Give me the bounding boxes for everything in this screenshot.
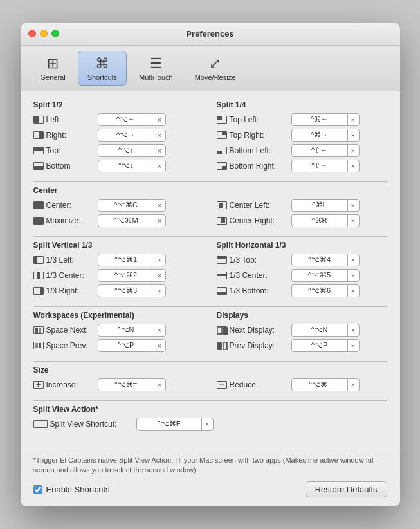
h-third-center-clear-btn[interactable]: × [347, 270, 359, 281]
third-left-input[interactable] [98, 255, 154, 265]
center-left-input-wrapper: × [291, 199, 360, 212]
top-left-clear-btn[interactable]: × [347, 114, 359, 125]
shortcut-bottom: Bottom × [33, 160, 204, 172]
divider-1 [33, 181, 387, 182]
bottom-clear-btn[interactable]: × [154, 160, 165, 172]
size-title: Size [33, 366, 204, 375]
bottom-left-input[interactable] [292, 145, 347, 156]
increase-clear-btn[interactable]: × [154, 379, 165, 391]
shortcut-bottom-right: Bottom Right: × [217, 160, 387, 172]
shortcut-center: Center: × [33, 199, 204, 212]
right-clear-btn[interactable]: × [154, 129, 165, 141]
tab-general[interactable]: ⊞ General [31, 51, 75, 86]
h-third-center-input[interactable] [292, 270, 347, 281]
svg-rect-4 [217, 327, 222, 335]
bottom-right-icon [217, 162, 227, 170]
increase-input[interactable] [98, 380, 154, 390]
traffic-lights [28, 30, 59, 37]
right-icon [33, 131, 44, 139]
reduce-label: Reduce [230, 380, 289, 389]
top-right-input[interactable] [292, 130, 347, 140]
restore-defaults-button[interactable]: Restore Defaults [306, 481, 387, 497]
section-split-half: Split 1/2 Left: × Right: × [33, 100, 204, 175]
space-next-icon [33, 326, 44, 334]
bottom-input[interactable] [98, 161, 154, 171]
split-horizontal-title: Split Horizontal 1/3 [217, 241, 387, 250]
h-third-center-input-wrapper: × [291, 269, 360, 282]
space-next-input[interactable] [98, 325, 154, 335]
svg-rect-6 [217, 342, 222, 350]
next-display-input[interactable] [292, 325, 347, 335]
third-right-input-wrapper: × [98, 284, 166, 297]
enable-shortcuts-checkbox[interactable] [33, 485, 42, 494]
third-right-clear-btn[interactable]: × [154, 285, 165, 297]
tab-shortcuts-label: Shortcuts [87, 73, 117, 81]
center-clear-btn[interactable]: × [154, 200, 165, 211]
top-right-label: Top Right: [230, 131, 289, 140]
maximize-input[interactable] [98, 216, 154, 226]
tab-shortcuts[interactable]: ⌘ Shortcuts [78, 51, 127, 86]
third-center-clear-btn[interactable]: × [154, 270, 165, 281]
h-third-top-clear-btn[interactable]: × [347, 254, 359, 266]
next-display-input-wrapper: × [291, 324, 360, 337]
reduce-clear-btn[interactable]: × [347, 379, 359, 391]
next-display-clear-btn[interactable]: × [347, 324, 359, 336]
right-input[interactable] [98, 130, 154, 140]
center-left-input[interactable] [292, 200, 347, 210]
top-icon [33, 147, 44, 154]
shortcut-split-view: Split View Shortcut: × [33, 418, 387, 431]
bottom-right-input[interactable] [292, 161, 347, 171]
shortcuts-icon: ⌘ [95, 55, 109, 72]
third-left-clear-btn[interactable]: × [154, 254, 165, 266]
space-prev-input[interactable] [98, 340, 154, 351]
close-button[interactable] [28, 30, 36, 37]
shortcut-next-display: Next Display: × [217, 324, 387, 337]
bottom-right-clear-btn[interactable]: × [347, 160, 359, 172]
space-next-clear-btn[interactable]: × [154, 324, 165, 336]
center-left-clear-btn[interactable]: × [347, 200, 359, 211]
h-third-bottom-clear-btn[interactable]: × [347, 285, 359, 297]
center-input[interactable] [98, 200, 154, 210]
shortcut-h-third-bottom: 1/3 Bottom: × [217, 284, 387, 297]
top-right-clear-btn[interactable]: × [347, 129, 359, 141]
split-view-input[interactable] [137, 419, 201, 429]
minimize-button[interactable] [40, 30, 48, 37]
left-clear-btn[interactable]: × [154, 114, 165, 125]
center-right-input[interactable] [292, 216, 347, 226]
reduce-input[interactable] [292, 380, 347, 390]
section-split-quarter: Split 1/4 Top Left: × Top Right: × [217, 100, 387, 175]
third-left-icon [33, 256, 44, 264]
top-input[interactable] [98, 145, 154, 156]
shortcut-space-next: Space Next: × [33, 324, 204, 337]
shortcut-prev-display: Prev Display: × [217, 339, 387, 352]
left-input[interactable] [98, 115, 154, 125]
footer-bottom: Enable Shortcuts Restore Defaults [33, 481, 387, 497]
third-right-input[interactable] [98, 286, 154, 296]
tab-move-resize[interactable]: ⤢ Move/Resize [185, 51, 246, 86]
top-clear-btn[interactable]: × [154, 145, 165, 156]
center-icon [33, 201, 44, 209]
center-right-clear-btn[interactable]: × [347, 215, 359, 227]
prev-display-clear-btn[interactable]: × [347, 340, 359, 351]
space-prev-clear-btn[interactable]: × [154, 340, 165, 351]
maximize-button[interactable] [51, 30, 59, 37]
maximize-clear-btn[interactable]: × [154, 215, 165, 227]
prev-display-input[interactable] [292, 340, 347, 351]
top-left-input[interactable] [292, 115, 347, 125]
h-third-top-input-wrapper: × [291, 254, 360, 266]
bottom-left-clear-btn[interactable]: × [347, 145, 359, 156]
divider-5 [33, 400, 387, 401]
tab-multitouch[interactable]: ☰ MultiTouch [129, 51, 183, 86]
shortcut-increase: + Increase: × [33, 378, 204, 391]
prev-display-icon [217, 342, 227, 349]
top-left-label: Top Left: [230, 115, 289, 124]
svg-rect-5 [223, 327, 228, 335]
h-third-top-input[interactable] [292, 255, 347, 265]
third-center-input[interactable] [98, 270, 154, 281]
shortcut-bottom-left: Bottom Left: × [217, 144, 387, 157]
space-prev-input-wrapper: × [98, 339, 166, 352]
split-half-title: Split 1/2 [33, 100, 204, 109]
split-view-clear-btn[interactable]: × [201, 418, 213, 430]
shortcut-h-third-center: 1/3 Center: × [217, 269, 387, 282]
h-third-bottom-input[interactable] [292, 286, 347, 296]
